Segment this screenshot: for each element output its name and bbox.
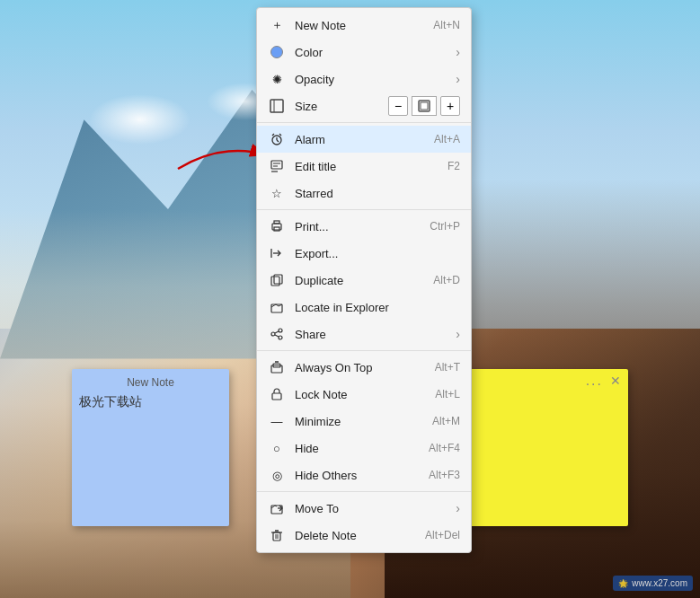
svg-point-23	[279, 336, 282, 339]
share-icon	[268, 325, 286, 343]
starred-icon: ☆	[268, 184, 286, 202]
menu-label-minimize: Minimize	[295, 415, 425, 428]
svg-rect-33	[273, 532, 280, 541]
menu-label-hide: Hide	[295, 442, 421, 455]
menu-item-export[interactable]: Export...	[257, 240, 471, 267]
color-icon	[268, 43, 286, 61]
svg-line-7	[277, 140, 279, 142]
menu-label-color: Color	[295, 46, 452, 59]
svg-rect-10	[271, 161, 282, 169]
menu-shortcut-minimize: Alt+M	[432, 415, 460, 427]
menu-label-lock-note: Lock Note	[295, 388, 428, 401]
svg-line-8	[272, 134, 274, 136]
menu-label-starred: Starred	[295, 187, 460, 200]
menu-item-lock-note[interactable]: Lock Note Alt+L	[257, 381, 471, 408]
svg-line-25	[275, 331, 279, 333]
menu-label-delete-note: Delete Note	[295, 529, 418, 542]
move-to-submenu-arrow: ›	[456, 501, 460, 515]
menu-item-opacity[interactable]: ✺ Opacity ›	[257, 66, 471, 92]
menu-shortcut-new-note: Alt+N	[433, 19, 460, 31]
menu-item-locate[interactable]: Locate in Explorer	[257, 294, 471, 321]
new-note-icon: ＋	[268, 16, 286, 34]
move-to-icon	[268, 499, 286, 517]
opacity-submenu-arrow: ›	[456, 72, 460, 86]
divider-2	[257, 209, 471, 210]
sticky-note-yellow[interactable]: ... ✕	[466, 369, 628, 526]
menu-label-hide-others: Hide Others	[295, 469, 421, 482]
menu-shortcut-always-on-top: Alt+T	[435, 361, 460, 374]
locate-icon	[268, 298, 286, 316]
menu-label-duplicate: Duplicate	[295, 274, 426, 287]
lock-icon	[268, 385, 286, 403]
menu-label-new-note: New Note	[295, 19, 426, 32]
export-icon	[268, 244, 286, 262]
menu-label-export: Export...	[295, 247, 460, 260]
print-icon	[268, 217, 286, 235]
watermark-site: www.x27.com	[632, 578, 687, 588]
svg-point-24	[271, 332, 275, 336]
divider-3	[257, 350, 471, 351]
menu-item-share[interactable]: Share ›	[257, 321, 471, 347]
hide-icon: ○	[268, 439, 286, 457]
svg-point-22	[279, 329, 282, 332]
menu-shortcut-delete-note: Alt+Del	[425, 529, 460, 541]
divider-1	[257, 122, 471, 123]
svg-line-26	[275, 335, 279, 337]
menu-item-hide[interactable]: ○ Hide Alt+F4	[257, 435, 471, 462]
svg-rect-30	[272, 393, 281, 400]
watermark: 🌟 www.x27.com	[613, 576, 693, 591]
sticky-note-blue[interactable]: New Note 极光下载站	[72, 369, 229, 526]
menu-item-size: Size − +	[257, 92, 471, 119]
size-icon	[268, 97, 286, 115]
menu-shortcut-print: Ctrl+P	[430, 220, 460, 233]
menu-label-edit-title: Edit title	[295, 160, 440, 173]
sticky-close-button[interactable]: ✕	[610, 374, 621, 388]
sticky-menu-dots[interactable]: ...	[586, 373, 603, 389]
menu-shortcut-alarm: Alt+A	[434, 133, 460, 145]
menu-item-move-to[interactable]: Move To ›	[257, 495, 471, 522]
opacity-icon: ✺	[268, 70, 286, 88]
duplicate-icon	[268, 271, 286, 289]
menu-item-alarm[interactable]: Alarm Alt+A	[257, 126, 471, 153]
menu-label-always-on-top: Always On Top	[295, 361, 428, 374]
hide-others-icon: ◎	[268, 466, 286, 484]
always-on-top-icon	[268, 358, 286, 376]
divider-4	[257, 491, 471, 492]
menu-label-locate: Locate in Explorer	[295, 301, 460, 314]
color-submenu-arrow: ›	[456, 45, 460, 59]
minimize-icon: —	[268, 412, 286, 430]
size-increase-button[interactable]: +	[440, 96, 460, 116]
menu-item-print[interactable]: Print... Ctrl+P	[257, 213, 471, 240]
sticky-blue-title: New Note	[79, 376, 222, 389]
size-decrease-button[interactable]: −	[388, 96, 408, 116]
size-controls[interactable]: − +	[388, 96, 460, 116]
menu-shortcut-hide-others: Alt+F3	[429, 469, 460, 481]
menu-item-duplicate[interactable]: Duplicate Alt+D	[257, 267, 471, 294]
menu-item-delete-note[interactable]: Delete Note Alt+Del	[257, 522, 471, 549]
menu-label-print: Print...	[295, 220, 422, 233]
delete-icon	[268, 526, 286, 544]
menu-shortcut-hide: Alt+F4	[429, 442, 460, 454]
menu-label-move-to: Move To	[295, 502, 452, 515]
menu-shortcut-edit-title: F2	[447, 160, 460, 172]
svg-rect-4	[421, 102, 428, 110]
watermark-logo: 🌟	[618, 579, 628, 588]
sticky-blue-content: 极光下载站	[79, 394, 222, 410]
menu-item-new-note[interactable]: ＋ New Note Alt+N	[257, 12, 471, 39]
sticky-yellow-header: ... ✕	[466, 369, 628, 392]
menu-item-color[interactable]: Color ›	[257, 39, 471, 66]
menu-item-minimize[interactable]: — Minimize Alt+M	[257, 408, 471, 435]
menu-shortcut-lock-note: Alt+L	[435, 388, 460, 400]
menu-label-alarm: Alarm	[295, 133, 427, 146]
menu-label-size: Size	[295, 100, 388, 113]
menu-item-always-on-top[interactable]: Always On Top Alt+T	[257, 354, 471, 381]
menu-item-edit-title[interactable]: Edit title F2	[257, 153, 471, 180]
menu-item-starred[interactable]: ☆ Starred	[257, 180, 471, 207]
menu-item-hide-others[interactable]: ◎ Hide Others Alt+F3	[257, 462, 471, 488]
svg-rect-1	[270, 100, 283, 112]
edit-title-icon	[268, 157, 286, 175]
share-submenu-arrow: ›	[456, 327, 460, 341]
svg-line-9	[279, 134, 281, 136]
menu-label-share: Share	[295, 328, 452, 341]
context-menu: ＋ New Note Alt+N Color › ✺ Opacity › Siz…	[256, 7, 472, 553]
